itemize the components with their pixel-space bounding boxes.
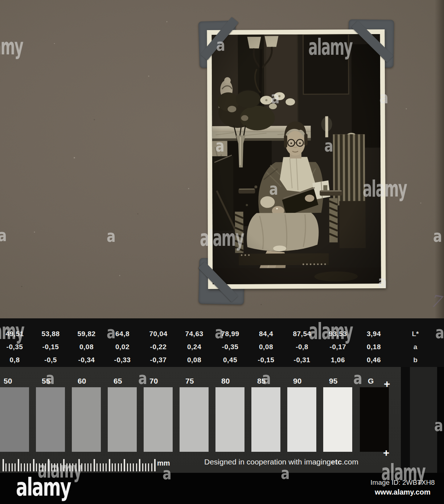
- ruler-minor-tick: [112, 463, 113, 471]
- registration-mark-top: +: [384, 379, 390, 389]
- ruler-minor-tick: [145, 463, 146, 471]
- lab-value: -0,5: [33, 356, 69, 364]
- lab-value: -0,31: [284, 356, 320, 364]
- photo-print-border: [207, 29, 386, 289]
- lab-value: -0,33: [104, 356, 140, 364]
- lab-value: 0,45: [212, 356, 248, 364]
- ruler-major-tick: [139, 459, 140, 471]
- ruler-minor-tick: [142, 463, 143, 471]
- ruler-major-tick: [78, 459, 80, 471]
- ruler-minor-tick: [51, 463, 52, 471]
- ruler-minor-tick: [75, 463, 77, 471]
- lab-value: 0,08: [248, 343, 284, 351]
- lab-value: 59,82: [69, 330, 104, 338]
- ruler-minor-tick: [21, 463, 22, 471]
- patch-label-90: 90: [293, 377, 301, 385]
- ruler-major-tick: [3, 459, 4, 471]
- gray-patch-G: [360, 387, 389, 452]
- image-id-text: Image ID: 2WBTXH8: [355, 479, 444, 487]
- ruler-minor-tick: [96, 463, 98, 471]
- ruler-minor-tick: [30, 463, 31, 471]
- ruler-minor-tick: [85, 463, 86, 471]
- gray-patch-90: [287, 387, 316, 452]
- patch-label-G: G: [368, 377, 374, 385]
- lab-value: 74,63: [176, 330, 212, 338]
- lab-value: -0,15: [33, 343, 69, 351]
- gray-patch-70: [144, 387, 173, 452]
- credit-bold: etc: [331, 458, 342, 466]
- gray-patch-75: [180, 387, 209, 452]
- ruler-major-tick: [124, 459, 125, 471]
- patch-label-95: 95: [329, 377, 337, 385]
- lab-value: -0,15: [248, 356, 284, 364]
- ruler-minor-tick: [115, 463, 116, 471]
- ruler-minor-tick: [148, 463, 149, 471]
- calibration-chart: 49,5153,8859,8264,870,0474,6378,9984,487…: [0, 318, 444, 504]
- lab-value: 0,8: [0, 356, 33, 364]
- ruler-minor-tick: [57, 463, 58, 471]
- ruler-major-tick: [33, 459, 34, 471]
- lab-value: -0,17: [320, 343, 356, 351]
- patch-label-70: 70: [149, 377, 158, 385]
- ruler-major-tick: [48, 459, 49, 471]
- ruler-minor-tick: [118, 463, 119, 471]
- ruler-minor-tick: [151, 463, 152, 471]
- ruler-minor-tick: [100, 463, 101, 471]
- lab-value: 53,88: [33, 330, 69, 338]
- lab-value: 0,24: [176, 343, 212, 351]
- gray-patch-60: [72, 387, 101, 452]
- mounted-photograph: [207, 29, 386, 289]
- page-edge-shadow: [435, 0, 444, 318]
- ruler-minor-tick: [103, 463, 104, 471]
- lab-value: 64,8: [104, 330, 140, 338]
- chart-credit-text: Designed in cooperation with imagingetc.…: [204, 458, 358, 466]
- ruler-minor-tick: [66, 463, 67, 471]
- ruler-minor-tick: [136, 463, 137, 471]
- patch-label-60: 60: [78, 377, 86, 385]
- ruler-minor-tick: [133, 463, 134, 471]
- chart-bezel-band: [410, 367, 437, 473]
- lab-value: -0,34: [69, 356, 104, 364]
- alamy-footer-band: alamy Image ID: 2WBTXH8 www.alamy.com: [0, 473, 444, 504]
- ruler-minor-tick: [127, 463, 128, 471]
- alamy-url-text: www.alamy.com: [355, 488, 444, 496]
- gray-patch-55: [36, 387, 65, 452]
- lab-value: -0,35: [212, 343, 248, 351]
- ruler-major-tick: [154, 459, 156, 471]
- ruler-minor-tick: [45, 463, 46, 471]
- ruler-minor-tick: [9, 463, 10, 471]
- gray-patch-65: [108, 387, 137, 452]
- ruler-minor-tick: [90, 463, 91, 471]
- lab-row-L*: 49,5153,8859,8264,870,0474,6378,9984,487…: [0, 330, 444, 339]
- lab-value: -0,8: [284, 343, 320, 351]
- lab-row-label: L*: [399, 330, 432, 338]
- photo-scene: [212, 34, 381, 284]
- ruler-minor-tick: [130, 463, 131, 471]
- ruler-minor-tick: [15, 463, 16, 471]
- alamy-logo: alamy: [16, 475, 71, 500]
- ruler-minor-tick: [27, 463, 28, 471]
- ruler-major-tick: [109, 459, 110, 471]
- lab-value: 0,18: [356, 343, 392, 351]
- ruler-major-tick: [63, 459, 65, 471]
- lab-value: 1,06: [320, 356, 356, 364]
- alamy-image-info: Image ID: 2WBTXH8 www.alamy.com: [355, 479, 444, 496]
- gray-patch-80: [215, 387, 244, 452]
- gray-patch-95: [323, 387, 352, 452]
- ruler-minor-tick: [36, 463, 37, 471]
- scanned-album-page: 7: [0, 0, 444, 504]
- ruler-minor-tick: [106, 463, 107, 471]
- patch-label-80: 80: [221, 377, 230, 385]
- ruler-major-tick: [94, 459, 95, 471]
- ruler-minor-tick: [72, 463, 73, 471]
- lab-row-label: a: [399, 343, 432, 351]
- ruler-minor-tick: [42, 463, 43, 471]
- ruler-minor-tick: [5, 463, 7, 471]
- lab-value: 49,51: [0, 330, 33, 338]
- photo-image: [212, 34, 381, 284]
- lab-row-b: 0,8-0,5-0,34-0,33-0,370,080,45-0,15-0,31…: [0, 356, 444, 365]
- ruler-minor-tick: [24, 463, 25, 471]
- lab-value: 3,94: [356, 330, 392, 338]
- ruler-minor-tick: [121, 463, 122, 471]
- lab-value: 0,08: [176, 356, 212, 364]
